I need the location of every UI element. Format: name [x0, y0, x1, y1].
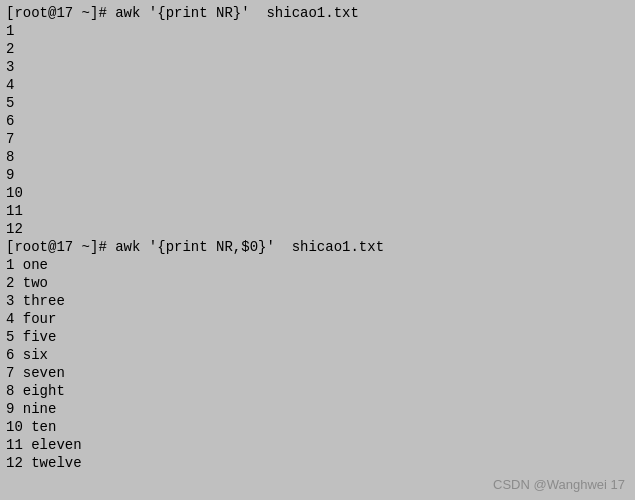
terminal-line: 2: [6, 40, 629, 58]
terminal-line: 6: [6, 112, 629, 130]
terminal-line: 8 eight: [6, 382, 629, 400]
terminal-line: 4 four: [6, 310, 629, 328]
terminal-line: 9 nine: [6, 400, 629, 418]
terminal-window: [root@17 ~]# awk '{print NR}' shicao1.tx…: [0, 0, 635, 500]
terminal-line: [root@17 ~]# awk '{print NR,$0}' shicao1…: [6, 238, 629, 256]
terminal-line: 3: [6, 58, 629, 76]
terminal-line: 1 one: [6, 256, 629, 274]
terminal-line: [root@17 ~]# awk '{print NR}' shicao1.tx…: [6, 4, 629, 22]
terminal-line: 7 seven: [6, 364, 629, 382]
watermark: CSDN @Wanghwei 17: [493, 477, 625, 492]
terminal-line: 8: [6, 148, 629, 166]
terminal-line: 12 twelve: [6, 454, 629, 472]
terminal-line: 12: [6, 220, 629, 238]
terminal-line: 6 six: [6, 346, 629, 364]
terminal-line: 11: [6, 202, 629, 220]
terminal-line: 10: [6, 184, 629, 202]
terminal-line: 2 two: [6, 274, 629, 292]
terminal-line: 7: [6, 130, 629, 148]
terminal-line: 1: [6, 22, 629, 40]
terminal-line: 10 ten: [6, 418, 629, 436]
terminal-line: 9: [6, 166, 629, 184]
terminal-line: 5 five: [6, 328, 629, 346]
terminal-line: 4: [6, 76, 629, 94]
terminal-line: 5: [6, 94, 629, 112]
terminal-line: 3 three: [6, 292, 629, 310]
terminal-line: 11 eleven: [6, 436, 629, 454]
